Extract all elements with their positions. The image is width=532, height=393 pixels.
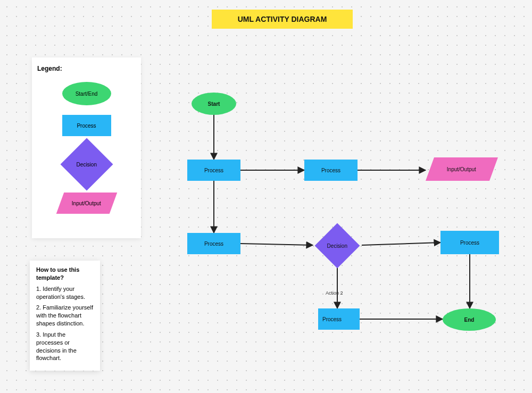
node-io-1-label: Input/Output xyxy=(447,166,476,172)
node-process-2[interactable]: Process xyxy=(304,160,358,181)
node-end-label: End xyxy=(464,317,475,323)
diamond-icon: Decision xyxy=(60,138,113,191)
howto-heading: How to use this template? xyxy=(36,266,94,282)
howto-step-1: 1. Identify your operation's stages. xyxy=(36,285,94,301)
legend-startend-label: Start/End xyxy=(76,91,98,97)
legend-panel: Legend: Start/End Process Decision Input… xyxy=(32,57,141,238)
legend-process-label: Process xyxy=(77,123,96,129)
ellipse-icon: Start/End xyxy=(62,82,111,105)
rectangle-icon: Process xyxy=(62,115,111,136)
node-process-5[interactable]: Process xyxy=(318,308,360,330)
edge-label-action2: Action 2 xyxy=(326,290,343,296)
svg-line-5 xyxy=(362,243,440,245)
legend-decision: Decision xyxy=(37,146,136,183)
node-decision-label: Decision xyxy=(327,243,347,248)
node-io-1[interactable]: Input/Output xyxy=(426,157,498,181)
node-process-2-label: Process xyxy=(321,168,340,173)
node-process-4[interactable]: Process xyxy=(440,231,499,254)
legend-decision-label: Decision xyxy=(76,161,96,167)
node-process-1[interactable]: Process xyxy=(187,160,240,181)
node-process-5-label: Process xyxy=(322,316,342,322)
node-process-4-label: Process xyxy=(460,240,479,246)
legend-process: Process xyxy=(37,115,136,136)
howto-step-3: 3. Input the processes or decisions in t… xyxy=(36,331,94,362)
diagram-title: UML ACTIVITY DIAGRAM xyxy=(212,10,353,29)
howto-step-2: 2. Familiarize yourself with the flowcha… xyxy=(36,304,94,328)
node-decision[interactable]: Decision xyxy=(315,223,360,269)
svg-line-4 xyxy=(240,244,313,245)
legend-startend: Start/End xyxy=(37,82,136,105)
diagram-canvas[interactable]: UML ACTIVITY DIAGRAM Legend: Start/End P… xyxy=(0,0,532,393)
node-start[interactable]: Start xyxy=(192,93,236,115)
legend-io: Input/Output xyxy=(37,193,136,214)
node-process-3[interactable]: Process xyxy=(187,233,240,254)
legend-io-label: Input/Output xyxy=(72,200,101,206)
legend-heading: Legend: xyxy=(37,65,136,72)
node-process-3-label: Process xyxy=(204,241,223,247)
node-end[interactable]: End xyxy=(443,308,496,331)
parallelogram-icon: Input/Output xyxy=(56,193,117,214)
node-start-label: Start xyxy=(208,101,220,107)
node-process-1-label: Process xyxy=(204,168,223,173)
howto-panel: How to use this template? 1. Identify yo… xyxy=(30,261,100,371)
